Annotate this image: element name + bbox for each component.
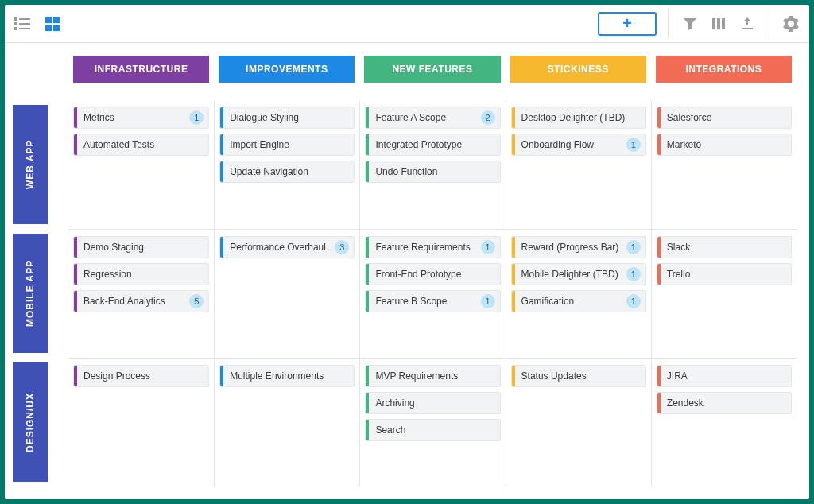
cell-webapp-integrations: SalesforceMarketo (651, 100, 797, 229)
card[interactable]: Zendesk (657, 392, 792, 414)
card-badge: 1 (626, 240, 641, 254)
card[interactable]: Feature A Scope2 (365, 107, 500, 129)
card-stripe (657, 107, 661, 128)
upload-icon (740, 17, 754, 31)
add-icon: + (622, 14, 632, 33)
card[interactable]: MVP Requirements (365, 365, 500, 387)
card-label: Salesforce (667, 112, 786, 123)
card[interactable]: Gamification1 (511, 290, 646, 312)
card-stripe (366, 134, 369, 155)
separator (668, 9, 669, 39)
card[interactable]: Reward (Progress Bar)1 (511, 236, 646, 258)
card[interactable]: Trello (657, 263, 792, 285)
card[interactable]: Archiving (365, 392, 500, 414)
card-stripe (366, 291, 369, 312)
card[interactable]: Import Engine (219, 134, 355, 156)
column-header-integrations[interactable]: INTEGRATIONS (656, 56, 792, 83)
card[interactable]: Front-End Prototype (365, 263, 500, 285)
card-badge: 3 (335, 240, 349, 254)
card[interactable]: Onboarding Flow1 (511, 134, 646, 156)
card-stripe (74, 107, 77, 128)
card-label: Marketo (667, 139, 786, 150)
svg-rect-11 (717, 18, 720, 29)
card-label: Metrics (83, 112, 183, 123)
card[interactable]: Metrics1 (73, 107, 209, 129)
cell-mobileapp-stickiness: Reward (Progress Bar)1Mobile Delighter (… (506, 229, 651, 358)
settings-button[interactable] (781, 14, 801, 34)
card[interactable]: Search (365, 419, 500, 441)
card[interactable]: Integrated Prototype (365, 134, 500, 156)
cell-mobileapp-infrastructure: Demo StagingRegressionBack-End Analytics… (68, 229, 214, 358)
card[interactable]: Performance Overhaul3 (219, 236, 355, 258)
card[interactable]: Feature Requirements1 (365, 236, 500, 258)
card-stripe (512, 264, 515, 285)
card-stripe (657, 237, 661, 258)
card-stripe (366, 393, 369, 413)
cell-webapp-newfeatures: Feature A Scope2Integrated PrototypeUndo… (359, 100, 505, 229)
card-stripe (657, 366, 661, 386)
column-header-infrastructure[interactable]: INFRASTRUCTURE (73, 56, 209, 83)
grid-view-button[interactable] (43, 14, 62, 33)
card[interactable]: Regression (73, 263, 209, 285)
card-label: Trello (667, 269, 786, 280)
card-stripe (657, 134, 661, 155)
card-label: Regression (83, 269, 204, 280)
card-label: Onboarding Flow (521, 139, 620, 150)
card-label: Search (375, 425, 494, 436)
columns-button[interactable] (708, 14, 729, 34)
card-label: Front-End Prototype (375, 269, 494, 280)
card[interactable]: Marketo (657, 134, 792, 156)
grid-icon (45, 17, 60, 31)
card-badge: 2 (481, 110, 495, 125)
list-view-button[interactable] (13, 14, 32, 33)
card-label: Feature B Scope (375, 296, 474, 307)
card-stripe (657, 264, 661, 285)
card[interactable]: Update Navigation (219, 161, 355, 183)
card[interactable]: Feature B Scope1 (365, 290, 500, 312)
row-header-designux[interactable]: DESIGN/UX (13, 362, 48, 482)
svg-rect-5 (19, 28, 30, 29)
export-button[interactable] (737, 14, 758, 34)
toolbar-right: + (598, 9, 801, 39)
card-label: Import Engine (230, 139, 349, 150)
card-stripe (366, 237, 369, 258)
add-button[interactable]: + (598, 12, 657, 36)
card[interactable]: Slack (657, 236, 792, 258)
card[interactable]: Undo Function (365, 161, 500, 183)
list-icon (14, 17, 30, 30)
card[interactable]: Design Process (73, 365, 209, 387)
filter-button[interactable] (680, 14, 700, 34)
card-label: Integrated Prototype (375, 139, 494, 150)
card-stripe (74, 264, 77, 285)
card-label: Dialogue Styling (230, 112, 349, 123)
card[interactable]: JIRA (657, 365, 792, 387)
row-header-mobileapp[interactable]: MOBILE APP (13, 234, 48, 353)
card-label: Multiple Environments (230, 370, 349, 382)
column-header-newfeatures[interactable]: NEW FEATURES (364, 56, 500, 83)
card-stripe (366, 161, 369, 182)
card-label: Gamification (521, 296, 620, 307)
card-badge: 1 (481, 240, 495, 254)
column-header-improvements[interactable]: IMPROVEMENTS (219, 56, 355, 83)
card[interactable]: Multiple Environments (219, 365, 355, 387)
card[interactable]: Mobile Delighter (TBD)1 (511, 263, 646, 285)
card[interactable]: Automated Tests (73, 134, 209, 156)
cell-mobileapp-improvements: Performance Overhaul3 (214, 229, 359, 358)
card[interactable]: Status Updates (511, 365, 646, 387)
card[interactable]: Salesforce (657, 107, 792, 129)
card-stripe (220, 237, 223, 258)
card-label: JIRA (667, 370, 786, 382)
card-label: MVP Requirements (375, 370, 494, 382)
card[interactable]: Dialogue Styling (219, 107, 355, 129)
svg-rect-8 (45, 25, 52, 31)
card[interactable]: Desktop Delighter (TBD) (511, 107, 646, 129)
svg-rect-13 (742, 28, 753, 29)
card-label: Update Navigation (230, 166, 349, 177)
card[interactable]: Demo Staging (73, 236, 209, 258)
card[interactable]: Back-End Analytics5 (73, 290, 209, 312)
card-stripe (220, 134, 223, 155)
cell-designux-stickiness: Status Updates (506, 358, 651, 487)
card-badge: 5 (189, 294, 204, 308)
column-header-stickiness[interactable]: STICKINESS (510, 56, 646, 83)
row-header-webapp[interactable]: WEB APP (13, 105, 48, 224)
